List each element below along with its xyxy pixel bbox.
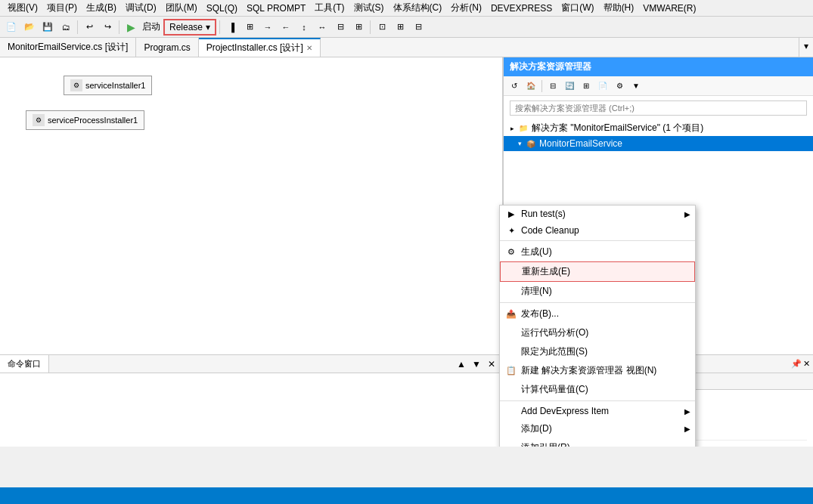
editor-area: ⚙ serviceInstaller1 ⚙ serviceProcessInst… [0, 57, 503, 354]
menu-project[interactable]: 项目(P) [42, 0, 82, 16]
toolbar-btn3[interactable]: → [259, 19, 276, 36]
tab-program[interactable]: Program.cs [136, 38, 198, 57]
solution-collapse-btn[interactable]: ⊟ [545, 79, 560, 94]
toolbar-start[interactable]: ▶ [123, 19, 139, 36]
ctx-build[interactable]: ⚙ 生成(U) [500, 243, 695, 261]
ctx-run-tests-label: Run test(s) [521, 209, 566, 219]
toolbar-btn5[interactable]: ↕ [296, 19, 312, 36]
sep1 [77, 20, 78, 34]
ctx-clean[interactable]: 清理(N) [500, 282, 695, 301]
sep4 [370, 20, 371, 34]
run-tests-arrow: ▶ [684, 210, 690, 218]
solution-root-item[interactable]: ▸ 📁 解决方案 "MonitorEmailService" (1 个项目) [504, 120, 813, 136]
menu-debug[interactable]: 调试(D) [121, 0, 161, 16]
menu-vmware[interactable]: VMWARE(R) [638, 2, 700, 15]
sub-panel-close-btn[interactable]: ✕ [803, 359, 810, 369]
devexpress-icon [504, 404, 518, 418]
toolbar-saveall[interactable]: 🗂 [57, 19, 74, 36]
toolbar-btn7[interactable]: ⊟ [332, 19, 349, 36]
output-down-btn[interactable]: ▼ [469, 357, 484, 372]
devexpress-submenu-arrow: ▶ [684, 407, 690, 416]
menu-view[interactable]: 视图(V) [3, 0, 42, 16]
ctx-build-label: 生成(U) [521, 246, 552, 258]
serviceinstaller-icon: ⚙ [70, 79, 82, 91]
add-ref-icon [504, 441, 518, 447]
toolbar-btn1[interactable]: ▐ [223, 19, 240, 36]
ctx-code-cleanup[interactable]: ✦ Code Cleanup [500, 222, 695, 239]
output-close-btn[interactable]: ✕ [484, 357, 499, 372]
metrics-icon [504, 383, 518, 397]
tab-project-installer-close[interactable]: ✕ [306, 44, 312, 52]
ctx-calc-metrics[interactable]: 计算代码量值(C) [500, 380, 695, 399]
solution-home-btn[interactable]: 🏠 [523, 79, 538, 94]
menu-build[interactable]: 生成(B) [82, 0, 121, 16]
ctx-code-analysis-label: 运行代码分析(O) [521, 326, 588, 339]
ctx-run-tests[interactable]: ▶ Run test(s) ▶ [500, 206, 695, 222]
ctx-add-devexpress[interactable]: Add DevExpress Item ▶ [500, 403, 695, 419]
solution-panel-title-label: 解决方案资源管理器 [510, 60, 591, 73]
menu-arch[interactable]: 体系结构(C) [389, 0, 447, 16]
tab-monitor-design[interactable]: MonitorEmailService.cs [设计] [0, 38, 136, 57]
sep2 [119, 20, 119, 34]
sub-panel-pin-btn[interactable]: 📌 [791, 359, 802, 369]
publish-icon: 📤 [504, 308, 518, 321]
solution-root-expand[interactable]: ▸ [507, 123, 517, 134]
menu-devexpress[interactable]: DEVEXPRESS [486, 2, 557, 15]
toolbar-redo[interactable]: ↪ [99, 19, 116, 36]
output-panel: 命令窗口 ▲ ▼ ✕ [0, 355, 503, 447]
toolbar-btn4[interactable]: ← [278, 19, 294, 36]
ctx-publish[interactable]: 📤 发布(B)... [500, 305, 695, 323]
tabbar: MonitorEmailService.cs [设计] Program.cs P… [0, 38, 813, 57]
component-serviceprocessinstaller1[interactable]: ⚙ serviceProcessInstaller1 [26, 110, 144, 130]
solution-refresh-btn[interactable]: ↺ [507, 79, 522, 94]
ctx-rebuild[interactable]: 重新生成(E) [500, 261, 695, 282]
toolbar-btn6[interactable]: ↔ [314, 19, 330, 36]
project-expand[interactable]: ▾ [514, 138, 525, 149]
menu-sql[interactable]: SQL(Q) [202, 2, 242, 15]
output-up-btn[interactable]: ▲ [454, 357, 469, 372]
ctx-add-ref-label: 添加引用(R)... [521, 441, 578, 447]
project-icon: 📦 [525, 138, 537, 150]
solution-files-btn[interactable]: 📄 [595, 79, 610, 94]
project-item[interactable]: ▾ 📦 MonitorEmailService [504, 136, 813, 151]
solution-panel-title: 解决方案资源管理器 [504, 57, 813, 76]
ctx-code-analysis[interactable]: 运行代码分析(O) [500, 323, 695, 342]
solution-root-label: 解决方案 "MonitorEmailService" (1 个项目) [532, 122, 703, 135]
component-serviceinstaller1[interactable]: ⚙ serviceInstaller1 [64, 76, 152, 95]
menu-help[interactable]: 帮助(H) [599, 0, 639, 16]
solution-refresh2-btn[interactable]: 🔄 [562, 79, 577, 94]
ctx-add[interactable]: 添加(D) ▶ [500, 419, 695, 438]
menu-test[interactable]: 测试(S) [349, 0, 389, 16]
code-cleanup-icon: ✦ [504, 224, 518, 237]
sub-panel-controls: 📌 ✕ [788, 355, 813, 373]
solution-search-input[interactable] [510, 100, 807, 116]
ctx-scope[interactable]: 限定为此范围(S) [500, 342, 695, 361]
toolbar-btn9[interactable]: ⊡ [374, 19, 390, 36]
ctx-add-ref[interactable]: 添加引用(R)... [500, 438, 695, 447]
toolbar-new[interactable]: 📄 [3, 19, 20, 36]
toolbar-btn10[interactable]: ⊞ [392, 19, 408, 36]
menu-tools[interactable]: 工具(T) [310, 0, 349, 16]
ctx-add-devexpress-label: Add DevExpress Item [521, 406, 609, 416]
ctx-new-explorer-view[interactable]: 📋 新建 解决方案资源管理器 视图(N) [500, 361, 695, 380]
toolbar-btn8[interactable]: ⊞ [350, 19, 367, 36]
tab-project-installer[interactable]: ProjectInstaller.cs [设计] ✕ [199, 38, 321, 57]
menu-analyze[interactable]: 分析(N) [446, 0, 486, 16]
solution-filter-btn[interactable]: ▼ [628, 79, 644, 94]
toolbar-btn11[interactable]: ⊟ [410, 19, 427, 36]
cmd-window-tab[interactable]: 命令窗口 [0, 355, 49, 373]
toolbar-open[interactable]: 📂 [21, 19, 38, 36]
release-dropdown[interactable]: Release ▾ [163, 19, 216, 36]
toolbar-undo[interactable]: ↩ [81, 19, 98, 36]
solution-search-row [504, 96, 813, 120]
new-view-icon: 📋 [504, 364, 518, 378]
menu-window[interactable]: 窗口(W) [557, 0, 598, 16]
menu-sqlprompt[interactable]: SQL PROMPT [242, 2, 310, 15]
toolbar-btn2[interactable]: ⊞ [241, 19, 258, 36]
solution-gear-btn[interactable]: ⚙ [612, 79, 627, 94]
menu-team[interactable]: 团队(M) [161, 0, 202, 16]
tabbar-dropdown[interactable]: ▾ [799, 38, 813, 57]
ctx-sep2 [500, 302, 695, 303]
toolbar-save[interactable]: 💾 [39, 19, 56, 36]
solution-props-btn[interactable]: ⊞ [579, 79, 594, 94]
